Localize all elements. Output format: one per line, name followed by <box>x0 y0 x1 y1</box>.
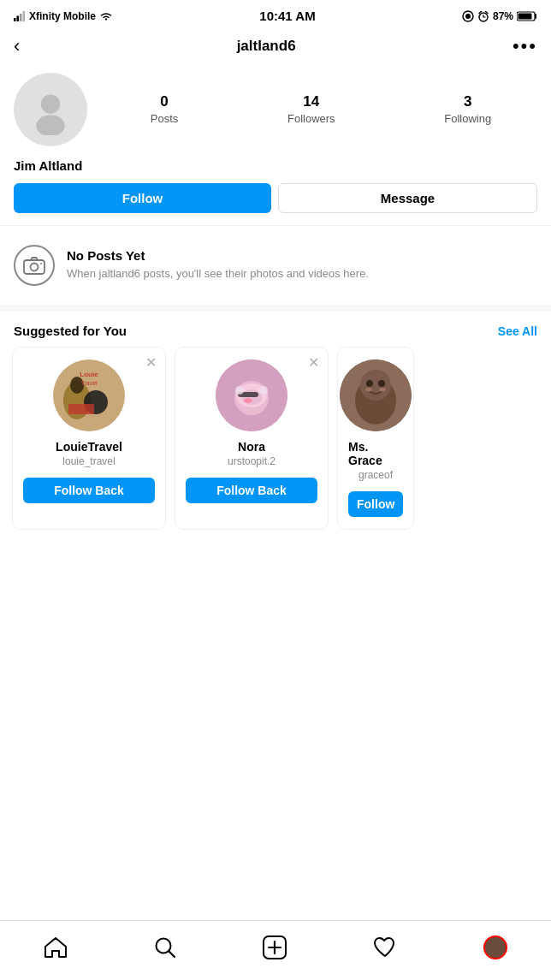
profile-avatar-nav <box>483 935 507 959</box>
following-count: 3 <box>444 93 491 110</box>
nora-name: Nora <box>238 440 265 454</box>
status-bar: Xfinity Mobile 10:41 AM 87% <box>0 0 551 28</box>
svg-rect-12 <box>24 260 44 274</box>
status-time: 10:41 AM <box>259 9 315 23</box>
svg-point-33 <box>366 380 373 387</box>
svg-point-29 <box>259 386 268 395</box>
followers-stat[interactable]: 14 Followers <box>287 93 335 126</box>
close-louietravel-button[interactable]: ✕ <box>145 356 157 370</box>
search-nav-item[interactable] <box>144 933 187 962</box>
display-name: Jim Altland <box>14 158 537 173</box>
heart-icon <box>373 936 397 959</box>
profile-nav-item[interactable] <box>473 932 518 963</box>
suggested-header: Suggested for You See All <box>0 312 551 347</box>
follow-back-louietravel-button[interactable]: Follow Back <box>23 478 155 503</box>
svg-text:Travel: Travel <box>80 380 98 386</box>
profile-top: 0 Posts 14 Followers 3 Following <box>14 73 537 146</box>
follow-back-nora-button[interactable]: Follow Back <box>186 478 317 503</box>
svg-point-27 <box>244 398 252 403</box>
avatar <box>14 73 87 146</box>
louietravel-name: LouieTravel <box>56 440 122 454</box>
posts-count: 0 <box>151 93 179 110</box>
message-button[interactable]: Message <box>278 183 537 213</box>
no-posts-title: No Posts Yet <box>67 248 369 263</box>
nav-bar: ‹ jaltland6 ••• <box>0 28 551 64</box>
svg-point-14 <box>40 263 42 264</box>
suggested-title: Suggested for You <box>14 324 127 338</box>
avatar-grace <box>340 359 412 431</box>
bottom-nav <box>0 920 551 980</box>
svg-point-13 <box>31 264 39 271</box>
suggested-card-nora: ✕ Nora urstoopit.2 Follow Back <box>175 347 329 530</box>
avatar-nora <box>216 359 287 431</box>
avatar-image <box>25 84 76 135</box>
avatar-louietravel: Louie Travel <box>53 359 125 431</box>
avatar-louietravel-image: Louie Travel <box>53 359 125 431</box>
close-nora-button[interactable]: ✕ <box>308 356 319 370</box>
avatar-grace-image <box>340 359 412 431</box>
no-posts-description: When jaltland6 posts, you'll see their p… <box>67 266 369 282</box>
svg-rect-0 <box>14 18 16 21</box>
action-buttons: Follow Message <box>14 183 537 213</box>
suggested-scroll: ✕ Louie Travel LouieTravel louie_travel … <box>0 347 551 543</box>
see-all-button[interactable]: See All <box>498 324 537 338</box>
svg-rect-8 <box>518 13 532 19</box>
svg-point-5 <box>465 14 471 19</box>
battery-icon <box>517 11 537 21</box>
wifi-icon <box>99 11 113 21</box>
no-posts-section: No Posts Yet When jaltland6 posts, you'l… <box>0 226 551 305</box>
followers-count: 14 <box>287 93 335 110</box>
posts-stat: 0 Posts <box>151 93 179 126</box>
camera-icon <box>14 245 55 286</box>
posts-label: Posts <box>151 112 179 125</box>
svg-rect-19 <box>68 404 94 414</box>
status-left: Xfinity Mobile <box>14 10 113 22</box>
add-nav-item[interactable] <box>252 932 297 963</box>
svg-rect-3 <box>23 11 26 21</box>
stats-row: 0 Posts 14 Followers 3 Following <box>104 93 537 126</box>
home-icon <box>44 936 68 959</box>
add-icon <box>263 935 287 959</box>
suggested-card-louietravel: ✕ Louie Travel LouieTravel louie_travel … <box>12 347 166 530</box>
back-button[interactable]: ‹ <box>14 35 20 57</box>
camera-svg <box>23 256 45 275</box>
battery-label: 87% <box>493 10 513 22</box>
svg-point-32 <box>360 370 391 401</box>
carrier-label: Xfinity Mobile <box>29 10 96 22</box>
follow-grace-button[interactable]: Follow <box>348 491 403 517</box>
grace-name: Ms. Grace <box>348 440 403 467</box>
screen-record-icon <box>462 10 474 22</box>
no-posts-text: No Posts Yet When jaltland6 posts, you'l… <box>67 248 369 282</box>
grace-handle: graceof <box>358 469 393 481</box>
home-nav-item[interactable] <box>33 933 78 962</box>
svg-point-36 <box>379 388 386 391</box>
heart-nav-item[interactable] <box>363 933 407 962</box>
alarm-icon <box>477 10 489 22</box>
nora-handle: urstoopit.2 <box>228 455 276 467</box>
profile-section: 0 Posts 14 Followers 3 Following Jim Alt… <box>0 64 551 225</box>
section-divider <box>0 305 551 312</box>
svg-text:Louie: Louie <box>80 371 98 378</box>
followers-label: Followers <box>287 112 335 125</box>
search-icon <box>154 936 176 959</box>
svg-rect-2 <box>20 14 22 21</box>
more-options-button[interactable]: ••• <box>512 35 537 57</box>
following-label: Following <box>444 112 491 125</box>
svg-rect-1 <box>17 15 20 21</box>
louietravel-handle: louie_travel <box>62 455 115 467</box>
svg-point-10 <box>41 95 60 114</box>
following-stat[interactable]: 3 Following <box>444 93 491 126</box>
svg-point-35 <box>365 388 372 391</box>
avatar-nora-image <box>216 359 287 431</box>
svg-point-28 <box>235 386 244 395</box>
svg-point-34 <box>378 380 385 387</box>
follow-button[interactable]: Follow <box>14 183 271 213</box>
status-right: 87% <box>462 10 537 22</box>
suggested-card-grace: Ms. Grace graceof Follow <box>337 347 414 530</box>
profile-username-title: jaltland6 <box>237 38 296 55</box>
signal-icon <box>14 11 26 21</box>
